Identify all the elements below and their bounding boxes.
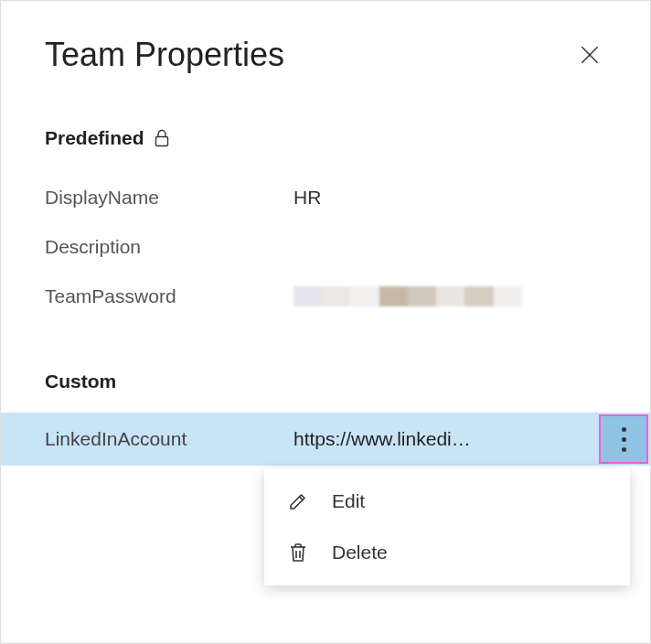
- panel-header: Team Properties: [45, 36, 606, 74]
- property-value: HR: [293, 187, 321, 209]
- property-label: LinkedInAccount: [45, 428, 293, 450]
- more-actions-button[interactable]: [599, 414, 648, 464]
- property-row-displayname: DisplayName HR: [45, 173, 606, 222]
- property-row-teampassword: TeamPassword: [45, 272, 606, 321]
- context-menu: Edit Delete: [264, 468, 630, 585]
- section-title-predefined: Predefined: [45, 127, 606, 149]
- section-title-custom: Custom: [45, 370, 606, 392]
- close-button[interactable]: [573, 38, 606, 71]
- section-title-predefined-label: Predefined: [45, 127, 144, 149]
- svg-rect-2: [155, 137, 167, 146]
- property-label: Description: [45, 236, 293, 258]
- property-value: https://www.linkedi…: [293, 428, 599, 450]
- property-label: TeamPassword: [45, 285, 293, 307]
- menu-item-edit[interactable]: Edit: [264, 476, 630, 527]
- team-properties-panel: Team Properties Predefined DisplayName H…: [0, 0, 651, 644]
- menu-item-label: Delete: [332, 542, 388, 564]
- lock-icon: [154, 129, 170, 147]
- more-vertical-icon: [622, 427, 626, 452]
- svg-line-3: [300, 497, 304, 500]
- panel-title: Team Properties: [45, 36, 284, 74]
- custom-property-row-linkedin[interactable]: LinkedInAccount https://www.linkedi…: [1, 413, 650, 466]
- property-row-description: Description: [45, 222, 606, 272]
- menu-item-label: Edit: [332, 490, 365, 512]
- menu-item-delete[interactable]: Delete: [264, 527, 630, 578]
- predefined-properties: DisplayName HR Description TeamPassword: [45, 173, 606, 321]
- pencil-icon: [286, 490, 310, 512]
- close-icon: [578, 43, 602, 67]
- password-mask: [293, 286, 522, 306]
- section-title-custom-label: Custom: [45, 370, 116, 392]
- trash-icon: [286, 542, 310, 564]
- property-label: DisplayName: [45, 187, 293, 209]
